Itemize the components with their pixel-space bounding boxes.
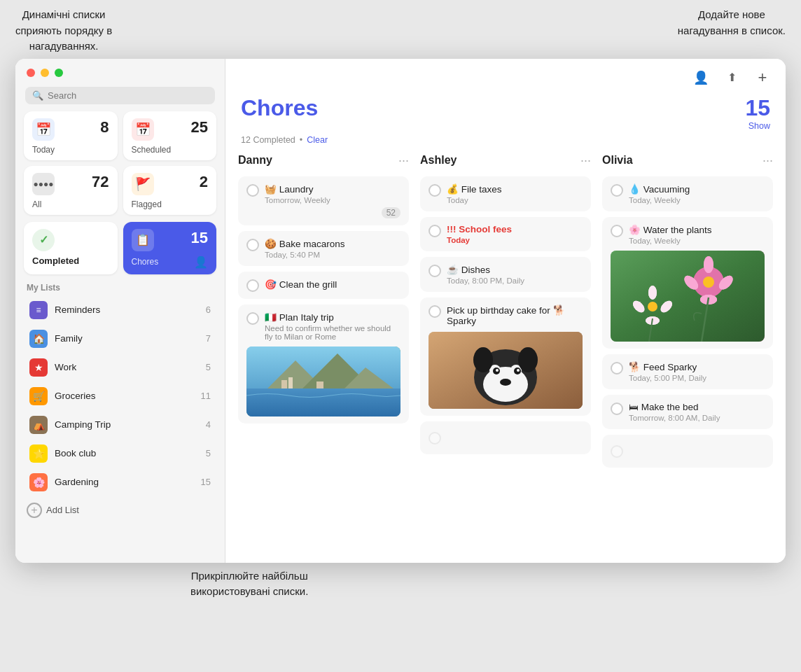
page-wrapper: Динамічні спискисприяють порядку внагаду… — [0, 0, 801, 600]
task-file-taxes[interactable]: 💰 File taxes Today — [420, 176, 591, 211]
chores-count: 15 — [191, 229, 208, 247]
column-olivia: Olivia ··· 💧 Vacuuming Today, Weekly — [597, 150, 779, 563]
column-header-danny: Danny ··· — [238, 150, 409, 171]
add-list-button[interactable]: + Add List — [15, 497, 225, 524]
groceries-list-name: Groceries — [55, 391, 201, 401]
add-icon: + — [758, 69, 767, 87]
bookclub-list-count: 5 — [206, 448, 211, 458]
add-toolbar-button[interactable]: + — [752, 67, 773, 88]
sidebar-item-family[interactable]: 🏠 Family 7 — [20, 325, 221, 353]
task-title-make-bed: 🛏 Make the bed — [629, 402, 765, 412]
completed-label: Completed — [32, 255, 109, 266]
column-menu-danny[interactable]: ··· — [398, 153, 409, 168]
task-check-water-plants[interactable] — [611, 225, 623, 237]
share-toolbar-button[interactable]: ⬆ — [721, 67, 742, 88]
annotation-top-left: Динамічні спискисприяють порядку внагаду… — [15, 7, 112, 55]
svg-rect-7 — [316, 382, 323, 388]
reminders-list-icon: ≡ — [36, 305, 41, 315]
annotation-top-right: Додайте новенагадування в список. — [678, 7, 786, 55]
task-check-bake-macarons[interactable] — [246, 239, 259, 251]
smart-list-today[interactable]: 📅 8 Today — [24, 111, 118, 160]
task-dishes[interactable]: ☕ Dishes Today, 8:00 PM, Daily — [420, 257, 591, 292]
task-laundry[interactable]: 🧺 Laundry Tomorrow, Weekly 52 — [238, 176, 409, 225]
family-list-count: 7 — [206, 333, 211, 344]
gardening-list-count: 15 — [201, 477, 211, 487]
today-label: Today — [32, 145, 109, 155]
traffic-light-maximize[interactable] — [55, 69, 63, 77]
svg-point-19 — [518, 347, 538, 372]
columns-area: Danny ··· 🧺 Laundry Tomorrow, Weekly — [225, 150, 786, 563]
today-icon: 📅 — [36, 122, 51, 137]
person-toolbar-button[interactable]: 👤 — [690, 67, 711, 88]
task-vacuuming[interactable]: 💧 Vacuuming Today, Weekly — [602, 176, 773, 211]
task-check-make-bed[interactable] — [611, 402, 623, 415]
task-check-school-fees[interactable] — [429, 225, 441, 237]
task-school-fees[interactable]: !!! School fees Today — [420, 217, 591, 251]
task-subtitle-dishes: Today, 8:00 PM, Daily — [447, 276, 583, 285]
chores-avatar: 👤 — [194, 255, 208, 269]
task-bake-macarons[interactable]: 🍪 Bake macarons Today, 5:40 PM — [238, 231, 409, 266]
task-subtitle-file-taxes: Today — [447, 196, 583, 204]
birthday-cake-image — [429, 332, 583, 409]
task-title-file-taxes: 💰 File taxes — [447, 183, 583, 195]
task-check-file-taxes[interactable] — [429, 184, 441, 197]
list-items: ≡ Reminders 6 🏠 Family 7 ★ — [15, 295, 225, 563]
task-italy-trip[interactable]: 🇮🇹 Plan Italy trip Need to confirm wheth… — [238, 304, 409, 424]
show-button[interactable]: Show — [748, 121, 770, 131]
smart-list-chores[interactable]: 📋 15 Chores 👤 — [123, 222, 217, 274]
smart-list-flagged[interactable]: 🚩 2 Flagged — [123, 166, 217, 215]
task-check-italy-trip[interactable] — [246, 312, 259, 325]
smart-lists-grid: 📅 8 Today 📅 25 Scheduled — [15, 111, 225, 222]
svg-point-16 — [517, 369, 520, 372]
main-list-title: Chores — [241, 95, 318, 121]
svg-rect-1 — [246, 388, 400, 416]
clear-button[interactable]: Clear — [307, 135, 328, 145]
task-check-clean-grill[interactable] — [246, 279, 259, 292]
task-check-olivia-empty[interactable] — [611, 445, 623, 458]
task-make-bed[interactable]: 🛏 Make the bed Tomorrow, 8:00 AM, Daily — [602, 395, 773, 429]
sidebar-item-bookclub[interactable]: ⭐ Book club 5 — [20, 440, 221, 468]
task-title-water-plants: 🌸 Water the plants — [629, 224, 765, 235]
column-name-danny: Danny — [238, 154, 272, 167]
annotation-bottom: Прикріплюйте найбільшвикористовувані спи… — [15, 563, 786, 600]
task-clean-grill[interactable]: 🎯 Clean the grill — [238, 272, 409, 299]
smart-list-scheduled[interactable]: 📅 25 Scheduled — [123, 111, 217, 160]
task-subtitle-feed-sparky: Today, 5:00 PM, Daily — [629, 374, 765, 382]
task-check-laundry[interactable] — [246, 184, 259, 197]
task-water-plants[interactable]: 🌸 Water the plants Today, Weekly — [602, 217, 773, 349]
task-title-dishes: ☕ Dishes — [447, 264, 583, 275]
task-check-feed-sparky[interactable] — [611, 362, 623, 374]
sidebar-item-groceries[interactable]: 🛒 Groceries 11 — [20, 382, 221, 410]
sidebar-item-gardening[interactable]: 🌸 Gardening 15 — [20, 468, 221, 496]
smart-list-completed[interactable]: ✓ Completed — [24, 222, 118, 274]
app-window: 🔍 📅 8 Today — [15, 59, 786, 563]
task-birthday-cake[interactable]: Pick up birthday cake for 🐕 Sparky — [420, 298, 591, 416]
traffic-light-close[interactable] — [27, 69, 35, 77]
sidebar-item-work[interactable]: ★ Work 5 — [20, 354, 221, 382]
svg-point-15 — [496, 369, 499, 372]
italy-trip-image — [246, 346, 400, 416]
traffic-light-minimize[interactable] — [41, 69, 49, 77]
smart-list-all[interactable]: ●●●● 72 All — [24, 166, 118, 215]
family-list-icon: 🏠 — [33, 333, 45, 344]
task-check-dishes[interactable] — [429, 265, 441, 277]
family-list-name: Family — [55, 333, 206, 344]
task-title-birthday-cake: Pick up birthday cake for 🐕 Sparky — [447, 304, 583, 326]
task-title-feed-sparky: 🐕 Feed Sparky — [629, 361, 765, 372]
task-check-birthday-cake[interactable] — [429, 305, 441, 318]
task-check-ashley-empty[interactable] — [429, 432, 441, 444]
completed-chores-row: ✓ Completed 📋 15 Chores 👤 — [15, 222, 225, 279]
camping-list-count: 4 — [206, 419, 211, 430]
person-icon: 👤 — [693, 70, 709, 85]
gardening-list-icon: 🌸 — [33, 477, 45, 488]
search-input[interactable] — [48, 90, 208, 101]
sidebar-item-reminders[interactable]: ≡ Reminders 6 — [20, 296, 221, 324]
column-menu-ashley[interactable]: ··· — [580, 153, 591, 168]
search-bar[interactable]: 🔍 — [25, 87, 215, 104]
task-check-vacuuming[interactable] — [611, 184, 623, 197]
sidebar-item-camping[interactable]: ⛺ Camping Trip 4 — [20, 411, 221, 439]
all-icon: ●●●● — [34, 179, 54, 189]
task-feed-sparky[interactable]: 🐕 Feed Sparky Today, 5:00 PM, Daily — [602, 354, 773, 389]
bookclub-list-icon: ⭐ — [33, 448, 45, 459]
column-menu-olivia[interactable]: ··· — [762, 153, 773, 168]
